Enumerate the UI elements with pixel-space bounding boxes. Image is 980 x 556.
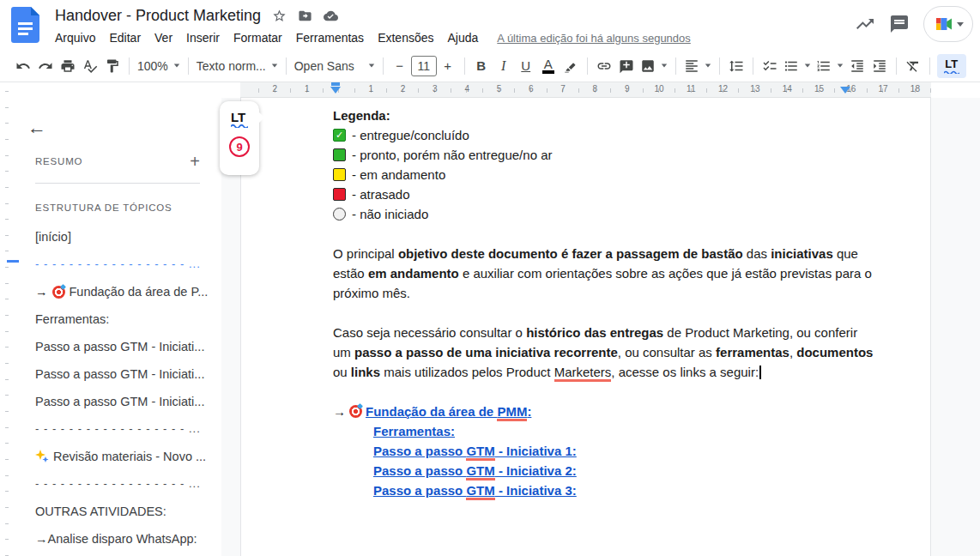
languagetool-logo: LT bbox=[231, 112, 248, 123]
outline-item-inicio[interactable]: [início] bbox=[9, 223, 221, 251]
doc-link-text[interactable]: : bbox=[527, 404, 531, 419]
outline-item-fundacao[interactable]: → Fundação da área de P... bbox=[9, 278, 221, 305]
document-title[interactable]: Handover - Product Marketing bbox=[55, 7, 261, 25]
text-color-button[interactable]: A bbox=[537, 54, 560, 78]
doc-text: ferramentas bbox=[716, 345, 789, 360]
add-summary-button[interactable]: + bbox=[190, 154, 200, 168]
horizontal-ruler[interactable]: 21123456789101112131415161718 bbox=[240, 82, 931, 98]
languagetool-toolbar-button[interactable]: LT bbox=[937, 54, 966, 78]
outline-item-analise-whatsapp[interactable]: →Analise disparo WhatsApp: bbox=[9, 525, 221, 553]
menu-ferramentas[interactable]: Ferramentas bbox=[289, 29, 371, 46]
insert-image-button[interactable] bbox=[638, 54, 670, 78]
menu-formatar[interactable]: Formatar bbox=[227, 29, 289, 46]
decrease-font-size-button[interactable]: − bbox=[389, 54, 411, 78]
document-content[interactable]: Legenda: ✓ - entregue/concluído - pronto… bbox=[333, 106, 875, 500]
menu-ajuda[interactable]: Ajuda bbox=[441, 29, 486, 46]
paragraph-style-select[interactable]: Texto norm... bbox=[194, 54, 281, 78]
outline-item-gtm-3[interactable]: Passo a passo GTM - Iniciati... bbox=[9, 388, 221, 415]
clear-formatting-button[interactable] bbox=[902, 54, 924, 78]
ruler-number: 1 bbox=[369, 84, 374, 94]
google-meet-button[interactable] bbox=[923, 6, 973, 42]
menu-editar[interactable]: Editar bbox=[102, 29, 148, 46]
doc-text: mais utilizados pelos Product bbox=[380, 365, 554, 379]
first-line-indent-marker[interactable] bbox=[331, 82, 340, 86]
doc-link-text[interactable]: Passo a passo bbox=[373, 463, 466, 478]
cloud-saved-icon[interactable] bbox=[324, 9, 338, 23]
format-toolbar: 100% Texto norm... Open Sans − 11 + B I … bbox=[0, 50, 980, 82]
add-comment-button[interactable] bbox=[615, 54, 638, 78]
italic-button[interactable]: I bbox=[493, 54, 515, 78]
undo-button[interactable] bbox=[12, 54, 34, 78]
outline-item-gtm-1[interactable]: Passo a passo GTM - Iniciati... bbox=[9, 333, 221, 360]
doc-text: ou bbox=[333, 365, 351, 379]
doc-text: passo a passo de uma iniciativa recorren… bbox=[354, 345, 618, 360]
google-docs-logo-icon[interactable] bbox=[11, 7, 39, 43]
link-line-gtm-3[interactable]: Passo a passo GTM - Iniciativa 3: bbox=[333, 480, 875, 500]
link-line-gtm-2[interactable]: Passo a passo GTM - Iniciativa 2: bbox=[333, 461, 875, 480]
bold-button[interactable]: B bbox=[470, 54, 493, 78]
link-line-ferramentas[interactable]: Ferramentas: bbox=[333, 421, 875, 441]
menu-ver[interactable]: Ver bbox=[148, 29, 179, 46]
spellcheck-button[interactable] bbox=[79, 54, 101, 78]
doc-text: , ou consultar as bbox=[618, 345, 716, 360]
align-button[interactable] bbox=[681, 54, 714, 78]
links-block: → Fundação da área de PMM: Ferramentas: … bbox=[333, 402, 875, 500]
outline-item-revisao[interactable]: Revisão materiais - Novo ... bbox=[9, 443, 221, 470]
ruler-number: 1 bbox=[305, 84, 310, 94]
checklist-button[interactable] bbox=[759, 54, 781, 78]
increase-indent-button[interactable] bbox=[868, 54, 891, 78]
languagetool-error-count-badge[interactable]: 9 bbox=[229, 136, 250, 157]
outline-item-dashes-active[interactable]: - - - - - - - - - - - - - - - - - - ... bbox=[9, 251, 221, 278]
outline-item-dashes[interactable]: - - - - - - - - - - - - - - - - - - ... bbox=[9, 415, 221, 443]
doc-link-text[interactable]: Ferramentas: bbox=[373, 424, 455, 438]
outline-item-ferramentas[interactable]: Ferramentas: bbox=[9, 305, 221, 333]
outline-item-gtm-2[interactable]: Passo a passo GTM - Iniciati... bbox=[9, 360, 221, 388]
doc-link-text[interactable]: GTM bbox=[466, 463, 494, 480]
highlight-color-button[interactable] bbox=[560, 54, 582, 78]
doc-link-text[interactable]: - Iniciativa 3: bbox=[495, 483, 577, 498]
link-line-gtm-1[interactable]: Passo a passo GTM - Iniciativa 1: bbox=[333, 441, 875, 461]
font-size-input[interactable]: 11 bbox=[411, 56, 437, 76]
star-icon[interactable] bbox=[272, 9, 287, 23]
paint-format-button[interactable] bbox=[101, 54, 124, 78]
numbered-list-button[interactable] bbox=[814, 54, 846, 78]
underline-button[interactable]: U bbox=[515, 54, 537, 78]
doc-link-text[interactable]: - Iniciativa 1: bbox=[495, 444, 577, 458]
languagetool-widget[interactable]: LT 9 bbox=[220, 101, 259, 175]
print-button[interactable] bbox=[57, 54, 79, 78]
menu-arquivo[interactable]: Arquivo bbox=[48, 29, 102, 46]
doc-link-text[interactable]: Passo a passo bbox=[373, 483, 466, 498]
document-page[interactable]: Legenda: ✓ - entregue/concluído - pronto… bbox=[240, 98, 931, 556]
legend-row: - em andamento bbox=[333, 165, 875, 184]
doc-link-text[interactable]: - Iniciativa 2: bbox=[495, 463, 577, 478]
redo-button[interactable] bbox=[34, 54, 57, 78]
move-to-folder-icon[interactable] bbox=[298, 9, 312, 23]
decrease-indent-button[interactable] bbox=[846, 54, 868, 78]
outline-item-dashes[interactable]: - - - - - - - - - - - - - - - - - - ... bbox=[9, 470, 221, 498]
activity-dashboard-icon[interactable] bbox=[855, 14, 875, 34]
font-family-select[interactable]: Open Sans bbox=[292, 54, 378, 78]
doc-link-text[interactable]: GTM bbox=[466, 483, 494, 500]
menu-extensoes[interactable]: Extensões bbox=[371, 29, 440, 46]
close-outline-button[interactable]: ← bbox=[27, 117, 46, 139]
right-indent-marker[interactable] bbox=[840, 87, 850, 94]
bulleted-list-button[interactable] bbox=[781, 54, 814, 78]
increase-font-size-button[interactable]: + bbox=[437, 54, 459, 78]
insert-link-button[interactable] bbox=[593, 54, 615, 78]
zoom-select[interactable]: 100% bbox=[135, 54, 183, 78]
link-line-fundacao[interactable]: → Fundação da área de PMM: bbox=[333, 402, 875, 421]
vertical-ruler bbox=[0, 82, 9, 556]
toolbar-separator bbox=[188, 57, 189, 75]
doc-text: Marketers bbox=[554, 365, 612, 382]
line-spacing-button[interactable] bbox=[725, 54, 747, 78]
doc-link-text[interactable]: GTM bbox=[466, 444, 494, 461]
left-indent-marker[interactable] bbox=[330, 87, 341, 94]
doc-link-text[interactable]: PMM bbox=[497, 404, 527, 421]
menu-inserir[interactable]: Inserir bbox=[179, 29, 227, 46]
outline-item-outras-atividades[interactable]: OUTRAS ATIVIDADES: bbox=[9, 498, 221, 525]
document-canvas: Legenda: ✓ - entregue/concluído - pronto… bbox=[9, 98, 980, 556]
open-comments-icon[interactable] bbox=[889, 14, 910, 34]
doc-link-text[interactable]: Passo a passo bbox=[373, 444, 466, 458]
last-edit-status-link[interactable]: A última edição foi há alguns segundos bbox=[497, 32, 691, 45]
doc-link-text[interactable]: Fundação da área de bbox=[366, 404, 497, 419]
